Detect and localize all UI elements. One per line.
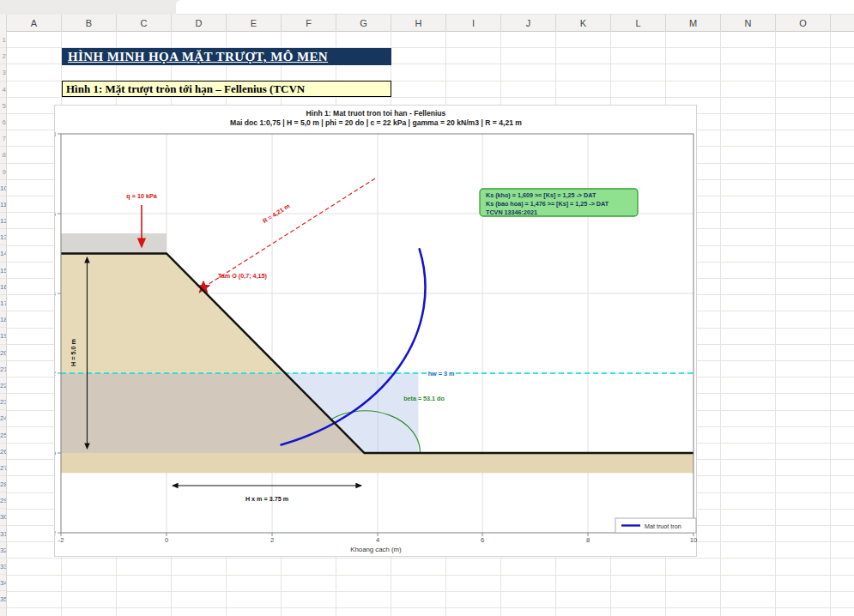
svg-text:4: 4 [55, 290, 56, 298]
row-header[interactable]: 15 [0, 263, 6, 279]
row-header[interactable]: 26 [0, 444, 6, 460]
subtitle-banner-cell[interactable]: Hình 1: Mặt trượt tròn tới hạn – Felleni… [62, 81, 391, 97]
row-header[interactable]: 21 [0, 361, 6, 377]
col-header-i[interactable]: I [446, 15, 501, 32]
col-header-c[interactable]: C [117, 15, 172, 32]
row-header[interactable]: 27 [0, 460, 6, 476]
chart-canvas: Hinh 1: Mat truot tron toi han - Felleni… [55, 106, 698, 558]
row-header[interactable]: 17 [0, 295, 6, 311]
row-header[interactable]: 13 [0, 229, 6, 245]
col-header-j[interactable]: J [501, 15, 556, 32]
base-soil-layer [61, 453, 693, 473]
row-header[interactable]: 12 [0, 213, 6, 229]
row-header[interactable]: 16 [0, 279, 6, 295]
title-banner-cell[interactable]: HÌNH MINH HỌA MẶT TRƯỢT, MÔ MEN [62, 48, 391, 65]
column-headers: A B C D E F G H I J K L M N O [0, 15, 854, 32]
row-header[interactable]: 8 [0, 147, 6, 163]
x-axis-title: Khoang cach (m) [350, 546, 402, 553]
width-label: H x m = 3.75 m [245, 495, 288, 503]
y-tick-labels: 8 6 4 2 0 -2 [55, 130, 56, 537]
svg-text:8: 8 [586, 536, 590, 544]
water-level-label: hw = 3 m [428, 370, 455, 377]
row-header[interactable]: 24 [0, 410, 6, 426]
svg-text:0: 0 [55, 450, 56, 457]
excel-window: A B C D E F G H I J K L M N O 1234567891… [0, 0, 854, 616]
row-header[interactable]: 3 [0, 64, 6, 81]
row-header[interactable]: 18 [0, 311, 6, 328]
row-header[interactable]: 35 [0, 591, 6, 607]
row-header[interactable]: 22 [0, 377, 6, 394]
row-header[interactable]: 33 [0, 559, 6, 575]
col-header-o[interactable]: O [776, 15, 831, 32]
row-header[interactable]: 30 [0, 509, 6, 525]
col-header-l[interactable]: L [611, 15, 666, 32]
col-header-f[interactable]: F [282, 15, 336, 32]
svg-text:6: 6 [55, 210, 56, 218]
row-header[interactable]: 4 [0, 82, 6, 98]
formula-bar [0, 0, 854, 15]
row-header[interactable]: 32 [0, 542, 6, 559]
svg-text:2: 2 [270, 536, 274, 544]
col-header-a[interactable]: A [7, 15, 62, 32]
height-label: H = 5.0 m [70, 339, 77, 366]
svg-text:TCVN 13346:2021: TCVN 13346:2021 [486, 208, 537, 216]
row-header[interactable]: 14 [0, 245, 6, 262]
surcharge-label: q = 10 kPa [126, 192, 157, 200]
col-header-g[interactable]: G [336, 15, 391, 32]
row-header[interactable]: 2 [0, 48, 6, 64]
svg-text:10: 10 [690, 536, 697, 544]
row-header[interactable]: 5 [0, 98, 6, 114]
formula-input[interactable] [176, 0, 854, 15]
svg-text:2: 2 [55, 370, 56, 377]
row-header[interactable]: 29 [0, 492, 6, 509]
svg-text:8: 8 [55, 130, 56, 138]
legend-label: Mat truot tron [645, 522, 681, 530]
svg-text:Ks (kho) = 1,609 >= [Ks] = 1,2: Ks (kho) = 1,609 >= [Ks] = 1,25 -> DAT [486, 191, 597, 199]
row-header[interactable]: 7 [0, 130, 6, 147]
row-header[interactable]: 9 [0, 164, 6, 180]
row-header[interactable]: 19 [0, 328, 6, 344]
row-header[interactable]: 1 [0, 32, 6, 48]
chart-title: Hinh 1: Mat truot tron toi han - Felleni… [306, 109, 446, 118]
surcharge-cap [61, 233, 167, 254]
svg-text:Ks (bao hoa) = 1,476 >= [Ks] =: Ks (bao hoa) = 1,476 >= [Ks] = 1,25 -> D… [486, 200, 609, 208]
beta-label: beta = 53.1 do [403, 395, 445, 402]
col-header-e[interactable]: E [227, 15, 282, 32]
row-header[interactable]: 28 [0, 476, 6, 492]
row-header[interactable]: 20 [0, 345, 6, 361]
row-header[interactable]: 6 [0, 114, 6, 130]
svg-text:0: 0 [165, 536, 168, 544]
row-header[interactable]: 23 [0, 394, 6, 410]
col-header-n[interactable]: N [721, 15, 776, 32]
col-header-b[interactable]: B [62, 15, 117, 32]
col-header-d[interactable]: D [172, 15, 227, 32]
x-tick-labels: -2 0 2 4 6 8 10 [58, 536, 698, 544]
row-header[interactable]: 31 [0, 526, 6, 542]
select-all-corner[interactable] [0, 15, 7, 32]
svg-text:-2: -2 [58, 536, 64, 544]
row-headers[interactable]: 1234567891011121314151617181920212223242… [0, 32, 7, 616]
row-header[interactable]: 10 [0, 180, 6, 196]
chart-legend[interactable]: Mat truot tron [615, 518, 696, 533]
col-header-h[interactable]: H [391, 15, 446, 32]
embedded-chart[interactable]: Hinh 1: Mat truot tron toi han - Felleni… [54, 105, 697, 557]
result-box: Ks (kho) = 1,609 >= [Ks] = 1,25 -> DAT K… [480, 189, 638, 216]
svg-text:-2: -2 [55, 529, 56, 537]
row-header[interactable]: 25 [0, 427, 6, 444]
col-header-m[interactable]: M [666, 15, 721, 32]
chart-subtitle: Mai doc 1:0,75 | H = 5,0 m | phi = 20 do… [230, 118, 522, 127]
svg-text:6: 6 [481, 536, 484, 544]
row-header[interactable]: 34 [0, 575, 6, 591]
center-label: Tam O (0,7; 4,15) [218, 272, 268, 280]
row-header[interactable]: 11 [0, 196, 6, 213]
svg-text:4: 4 [376, 536, 379, 544]
col-header-k[interactable]: K [556, 15, 611, 32]
